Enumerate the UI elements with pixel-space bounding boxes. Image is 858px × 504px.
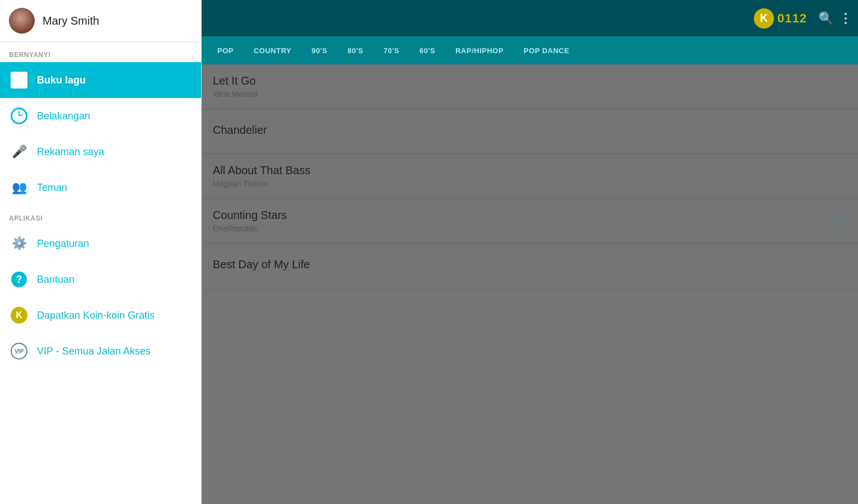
song-artist: OneRepublic: [213, 224, 847, 233]
song-title: Counting Stars: [213, 209, 847, 222]
song-item[interactable]: All About That BassMeghan Trainor: [202, 154, 858, 199]
genre-tab-60-s[interactable]: 60'S: [409, 36, 445, 64]
song-item[interactable]: Chandelier: [202, 109, 858, 154]
sidebar-item-dapatkan-koin[interactable]: K Dapatkan Koin-koin Gratis: [0, 297, 201, 333]
sidebar-item-label: Dapatkan Koin-koin Gratis: [37, 310, 155, 321]
sidebar-item-vip[interactable]: VIP VIP - Semua Jalan Akses: [0, 333, 201, 369]
section-aplikasi-label: APLIKASI: [0, 206, 201, 226]
vip-badge: VIP: [826, 211, 847, 232]
more-options-icon[interactable]: [845, 13, 847, 24]
section-bernyanyi-label: BERNYANYI: [0, 42, 201, 62]
sidebar-item-label: Belakangan: [37, 110, 90, 122]
genre-tab-country[interactable]: COUNTRY: [244, 36, 301, 64]
gear-icon: ⚙️: [9, 234, 29, 254]
coin-main-icon: K: [754, 8, 774, 29]
sidebar-item-label: Teman: [37, 182, 67, 194]
sidebar-item-label: Pengaturan: [37, 238, 89, 250]
sidebar-item-rekaman-saya[interactable]: 🎤 Rekaman saya: [0, 134, 201, 170]
song-artist: Meghan Trainor: [213, 179, 847, 188]
sidebar-item-label: VIP - Semua Jalan Akses: [37, 346, 151, 357]
coin-count: 0112: [777, 11, 807, 26]
sidebar-item-label: Buku lagu: [37, 74, 86, 86]
user-header: Mary Smith: [0, 0, 201, 42]
mic-icon: 🎤: [9, 142, 29, 162]
sidebar-item-teman[interactable]: 👥 Teman: [0, 170, 201, 206]
genre-tab-pop[interactable]: POP: [207, 36, 244, 64]
sidebar: Mary Smith BERNYANYI Buku lagu Belakanga…: [0, 0, 202, 504]
main-content: K 0112 🔍 POPCOUNTRY90'S80'S70'S60'SRAP/H…: [202, 0, 858, 504]
song-item[interactable]: Counting StarsOneRepublicVIP: [202, 199, 858, 244]
coin-sidebar-icon: K: [9, 305, 29, 325]
song-artist: Idina Menzel: [213, 90, 847, 99]
help-icon: ?: [9, 269, 29, 290]
genre-tab-rap-hiphop[interactable]: RAP/HIPHOP: [445, 36, 514, 64]
genre-tab-80-s[interactable]: 80'S: [338, 36, 374, 64]
song-title: Chandelier: [213, 124, 847, 137]
clock-icon: [9, 106, 29, 126]
song-list: Let It GoIdina MenzelChandelierAll About…: [202, 64, 858, 504]
avatar: [9, 8, 35, 34]
user-name: Mary Smith: [43, 15, 99, 27]
sidebar-item-bantuan[interactable]: ? Bantuan: [0, 262, 201, 297]
sidebar-item-belakangan[interactable]: Belakangan: [0, 98, 201, 134]
sidebar-item-buku-lagu[interactable]: Buku lagu: [0, 62, 201, 98]
search-icon[interactable]: 🔍: [818, 11, 833, 26]
sidebar-item-label: Bantuan: [37, 274, 74, 286]
book-icon: [9, 70, 29, 90]
song-title: Let It Go: [213, 74, 847, 87]
genre-tabs: POPCOUNTRY90'S80'S70'S60'SRAP/HIPHOPPOP …: [202, 36, 858, 64]
song-item[interactable]: Let It GoIdina Menzel: [202, 64, 858, 109]
coin-badge[interactable]: K 0112: [754, 8, 807, 29]
top-bar: K 0112 🔍: [202, 0, 858, 36]
genre-tab-90-s[interactable]: 90'S: [301, 36, 337, 64]
friends-icon: 👥: [9, 178, 29, 198]
sidebar-item-pengaturan[interactable]: ⚙️ Pengaturan: [0, 226, 201, 262]
sidebar-item-label: Rekaman saya: [37, 146, 104, 158]
song-item[interactable]: Best Day of My Life: [202, 244, 858, 288]
genre-tab-70-s[interactable]: 70'S: [374, 36, 409, 64]
vip-sidebar-icon: VIP: [9, 341, 29, 361]
genre-tab-pop-dance[interactable]: POP DANCE: [514, 36, 580, 64]
song-title: All About That Bass: [213, 164, 847, 177]
song-title: Best Day of My Life: [213, 258, 847, 271]
